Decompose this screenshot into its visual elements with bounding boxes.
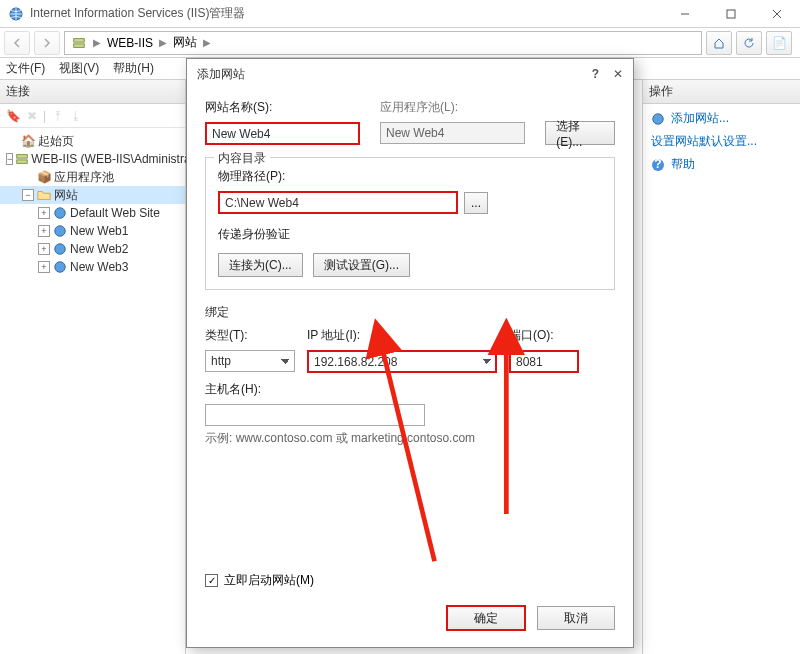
expand-icon[interactable]: + xyxy=(38,207,50,219)
collapse-icon[interactable]: − xyxy=(6,153,13,165)
dialog-help-button[interactable]: ? xyxy=(592,67,599,81)
svg-rect-1 xyxy=(727,10,735,18)
port-input[interactable]: 8081 xyxy=(509,350,579,373)
window-title: Internet Information Services (IIS)管理器 xyxy=(30,5,245,22)
tree-start-page[interactable]: 🏠 起始页 xyxy=(0,132,185,150)
site-name-input[interactable]: New Web4 xyxy=(205,122,360,145)
svg-point-9 xyxy=(55,262,66,273)
chevron-right-icon: ▶ xyxy=(203,37,211,48)
binding-legend: 绑定 xyxy=(205,304,615,321)
action-set-defaults[interactable]: 设置网站默认设置... xyxy=(651,133,792,150)
start-immediately-checkbox[interactable]: ✓ 立即启动网站(M) xyxy=(205,572,314,589)
home-button[interactable] xyxy=(706,31,732,55)
server-icon xyxy=(71,35,87,51)
chevron-right-icon: ▶ xyxy=(93,37,101,48)
svg-rect-2 xyxy=(74,38,85,42)
dialog-title-bar: 添加网站 ? ✕ xyxy=(187,59,633,89)
svg-rect-3 xyxy=(74,43,85,47)
server-icon xyxy=(15,151,29,167)
port-label: 端口(O): xyxy=(509,327,579,344)
connections-header: 连接 xyxy=(0,80,185,104)
back-button[interactable] xyxy=(4,31,30,55)
help-icon: ? xyxy=(651,158,665,172)
connect-as-button[interactable]: 连接为(C)... xyxy=(218,253,303,277)
breadcrumb-sites[interactable]: 网站 xyxy=(173,34,197,51)
type-label: 类型(T): xyxy=(205,327,295,344)
expand-icon[interactable]: + xyxy=(38,243,50,255)
title-bar: Internet Information Services (IIS)管理器 xyxy=(0,0,800,28)
menu-file[interactable]: 文件(F) xyxy=(6,60,45,77)
site-name-label: 网站名称(S): xyxy=(205,99,360,116)
expand-icon[interactable]: + xyxy=(38,225,50,237)
tree-site[interactable]: + New Web3 xyxy=(0,258,185,276)
tree-apppools[interactable]: 📦 应用程序池 xyxy=(0,168,185,186)
globe-icon xyxy=(52,223,68,239)
tree-server[interactable]: − WEB-IIS (WEB-IIS\Administrator) xyxy=(0,150,185,168)
svg-point-8 xyxy=(55,244,66,255)
hostname-input[interactable] xyxy=(205,404,425,426)
svg-rect-5 xyxy=(17,160,28,164)
passthrough-label: 传递身份验证 xyxy=(218,226,602,243)
navigation-bar: ▶ WEB-IIS ▶ 网站 ▶ 📄 xyxy=(0,28,800,58)
tree-sites[interactable]: − 网站 xyxy=(0,186,185,204)
ok-button[interactable]: 确定 xyxy=(447,606,525,630)
svg-point-6 xyxy=(55,208,66,219)
globe-icon xyxy=(52,241,68,257)
tree-site[interactable]: + Default Web Site xyxy=(0,204,185,222)
ip-address-select[interactable]: 192.168.82.208 xyxy=(307,350,497,373)
tree-site[interactable]: + New Web1 xyxy=(0,222,185,240)
svg-rect-4 xyxy=(17,155,28,159)
dialog-close-button[interactable]: ✕ xyxy=(613,67,623,81)
content-legend: 内容目录 xyxy=(214,150,270,167)
action-help[interactable]: ? 帮助 xyxy=(651,156,792,173)
address-bar[interactable]: ▶ WEB-IIS ▶ 网站 ▶ xyxy=(64,31,702,55)
test-settings-button[interactable]: 测试设置(G)... xyxy=(313,253,410,277)
connect-icon[interactable]: 🔖 xyxy=(6,109,21,123)
svg-text:?: ? xyxy=(654,158,661,171)
menu-help[interactable]: 帮助(H) xyxy=(113,60,154,77)
connections-tree: 🏠 起始页 − WEB-IIS (WEB-IIS\Administrator) … xyxy=(0,128,185,280)
apppool-label: 应用程序池(L): xyxy=(380,99,525,116)
maximize-button[interactable] xyxy=(708,0,754,28)
hostname-example: 示例: www.contoso.com 或 marketing.contoso.… xyxy=(205,430,615,447)
up-icon[interactable]: ⭱ xyxy=(52,109,64,123)
path-label: 物理路径(P): xyxy=(218,168,602,185)
app-icon xyxy=(8,6,24,22)
content-directory-group: 内容目录 物理路径(P): C:\New Web4 ... 传递身份验证 连接为… xyxy=(205,157,615,290)
expand-icon[interactable]: + xyxy=(38,261,50,273)
svg-line-13 xyxy=(382,346,435,561)
action-add-website[interactable]: 添加网站... xyxy=(651,110,792,127)
svg-point-10 xyxy=(653,113,664,124)
globe-icon xyxy=(651,112,665,126)
apppool-icon: 📦 xyxy=(36,169,52,185)
svg-point-7 xyxy=(55,226,66,237)
minimize-button[interactable] xyxy=(662,0,708,28)
connections-panel: 连接 🔖 ✖ | ⭱ ⭳ 🏠 起始页 − WEB-IIS (WEB-IIS\Ad… xyxy=(0,80,186,654)
dialog-title: 添加网站 xyxy=(197,66,592,83)
down-icon[interactable]: ⭳ xyxy=(70,109,82,123)
binding-type-select[interactable]: http xyxy=(205,350,295,372)
globe-icon xyxy=(52,259,68,275)
delete-icon[interactable]: ✖ xyxy=(27,109,37,123)
physical-path-input[interactable]: C:\New Web4 xyxy=(218,191,458,214)
browse-button[interactable]: ... xyxy=(464,192,488,214)
actions-panel: 操作 添加网站... 设置网站默认设置... ? 帮助 xyxy=(642,80,800,654)
checkbox-icon: ✓ xyxy=(205,574,218,587)
home-icon: 🏠 xyxy=(20,133,36,149)
actions-header: 操作 xyxy=(643,80,800,104)
select-apppool-button[interactable]: 选择(E)... xyxy=(545,121,615,145)
forward-button[interactable] xyxy=(34,31,60,55)
collapse-icon[interactable]: − xyxy=(22,189,34,201)
connections-toolbar: 🔖 ✖ | ⭱ ⭳ xyxy=(0,104,185,128)
tree-site[interactable]: + New Web2 xyxy=(0,240,185,258)
apppool-input: New Web4 xyxy=(380,122,525,144)
folder-icon xyxy=(36,187,52,203)
add-website-dialog: 添加网站 ? ✕ 网站名称(S): New Web4 应用程序池(L): New… xyxy=(186,58,634,648)
cancel-button[interactable]: 取消 xyxy=(537,606,615,630)
refresh-button[interactable] xyxy=(736,31,762,55)
stop-button[interactable]: 📄 xyxy=(766,31,792,55)
close-button[interactable] xyxy=(754,0,800,28)
breadcrumb-server[interactable]: WEB-IIS xyxy=(107,36,153,50)
globe-icon xyxy=(52,205,68,221)
menu-view[interactable]: 视图(V) xyxy=(59,60,99,77)
